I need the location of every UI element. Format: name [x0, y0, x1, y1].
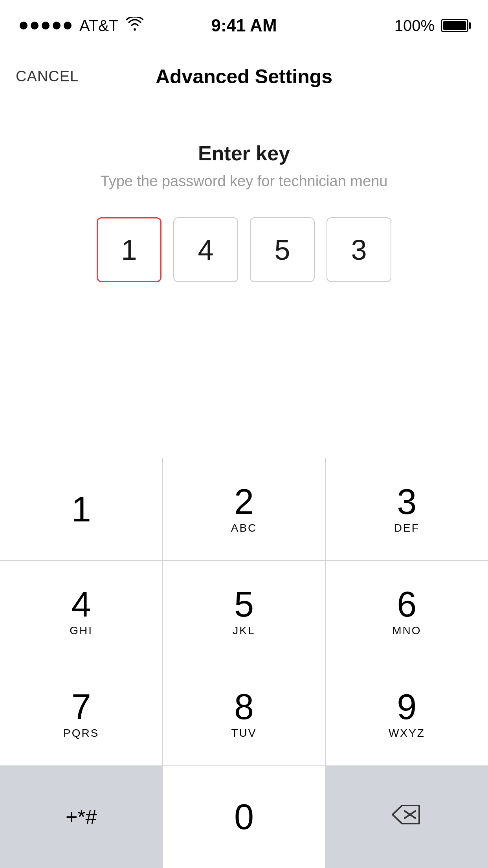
battery-icon [441, 19, 468, 32]
carrier-label: AT&T [79, 17, 118, 35]
key-9[interactable]: 9 WXYZ [326, 663, 488, 765]
wifi-icon [126, 17, 143, 35]
signal-dot-5 [64, 22, 72, 29]
backspace-icon [391, 804, 422, 831]
keypad-row-2: 4 GHI 5 JKL 6 MNO [0, 561, 488, 663]
keypad: 1 2 ABC 3 DEF 4 GHI 5 JKL 6 MNO 7 PQRS [0, 458, 488, 868]
keypad-row-4: +*# 0 [0, 766, 488, 868]
pin-box-4[interactable]: 3 [327, 217, 391, 282]
main-content: Enter key Type the password key for tech… [0, 102, 488, 321]
key-4[interactable]: 4 GHI [0, 561, 163, 663]
status-time: 9:41 AM [211, 16, 277, 35]
status-left: AT&T [20, 17, 143, 35]
signal-dot-4 [53, 22, 61, 29]
key-1[interactable]: 1 [0, 458, 163, 560]
keypad-row-1: 1 2 ABC 3 DEF [0, 458, 488, 561]
signal-dot-2 [31, 22, 39, 29]
nav-bar: CANCEL Advanced Settings [0, 51, 488, 102]
key-5[interactable]: 5 JKL [163, 561, 325, 663]
pin-box-1[interactable]: 1 [97, 217, 161, 282]
status-right: 100% [394, 17, 468, 35]
pin-container: 1 4 5 3 [97, 217, 391, 282]
keypad-row-3: 7 PQRS 8 TUV 9 WXYZ [0, 663, 488, 766]
key-3[interactable]: 3 DEF [326, 458, 488, 560]
signal-dots [20, 22, 72, 29]
pin-box-2[interactable]: 4 [173, 217, 238, 282]
key-8[interactable]: 8 TUV [163, 663, 325, 765]
pin-box-3[interactable]: 5 [250, 217, 315, 282]
signal-dot-3 [42, 22, 50, 29]
enter-key-title: Enter key [198, 141, 290, 165]
key-6[interactable]: 6 MNO [326, 561, 488, 663]
key-2[interactable]: 2 ABC [163, 458, 325, 560]
battery-percentage: 100% [394, 17, 435, 35]
cancel-button[interactable]: CANCEL [16, 68, 79, 85]
page-title: Advanced Settings [156, 65, 332, 88]
key-backspace[interactable] [326, 766, 488, 868]
key-0[interactable]: 0 [163, 766, 325, 868]
status-bar: AT&T 9:41 AM 100% [0, 0, 488, 51]
key-symbols[interactable]: +*# [0, 766, 163, 868]
battery-fill [443, 21, 466, 30]
enter-key-subtitle: Type the password key for technician men… [101, 173, 388, 190]
key-7[interactable]: 7 PQRS [0, 663, 163, 765]
signal-dot-1 [20, 22, 28, 29]
